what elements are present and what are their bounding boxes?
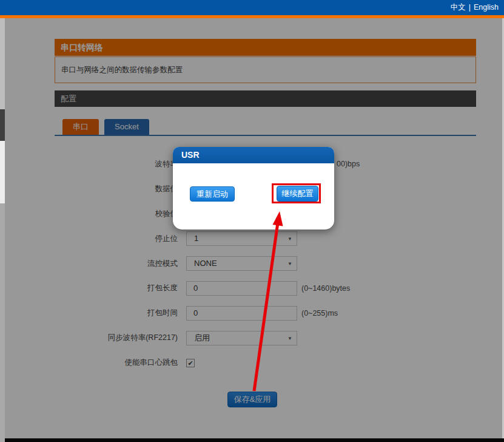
lang-divider: | (469, 3, 471, 12)
lang-english-link[interactable]: English (474, 3, 499, 12)
sliver-segment (0, 18, 5, 109)
top-navigation-bar: 中文|English (0, 0, 504, 15)
dialog-title: USR (173, 147, 334, 163)
lang-chinese-link[interactable]: 中文 (451, 3, 466, 12)
annotation-highlight-box (272, 183, 321, 203)
app-window: 中文|English 串口转网络 串口与网络之间的数据传输参数配置 配置 串口S… (0, 0, 504, 442)
restart-button[interactable]: 重新启动 (190, 186, 235, 202)
language-switcher: 中文|English (451, 2, 499, 13)
bottom-edge (5, 438, 504, 442)
left-edge-sliver (0, 18, 5, 442)
sliver-segment-selected (0, 109, 5, 141)
sliver-segment (0, 141, 5, 203)
